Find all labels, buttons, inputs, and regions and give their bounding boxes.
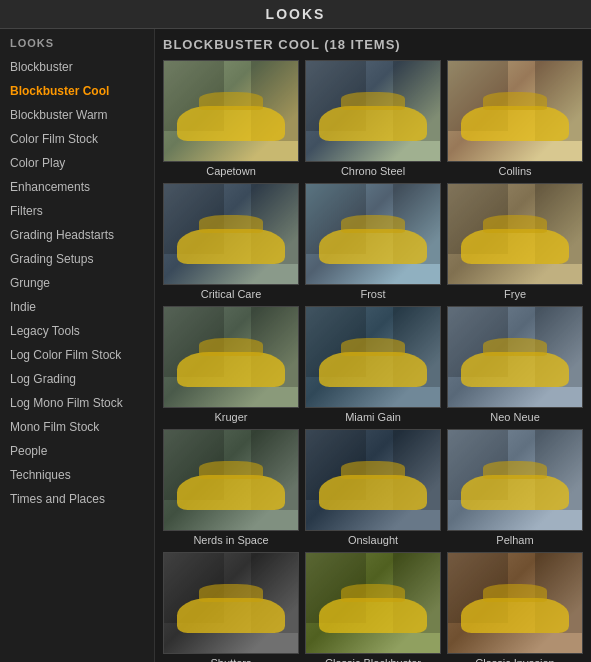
sidebar-item-grunge[interactable]: Grunge (0, 271, 154, 295)
item-label-classicinvasion: Classic Invasion (475, 657, 554, 662)
grid-item-frost[interactable]: Frost (305, 183, 441, 300)
sidebar-item-blockbuster-warm[interactable]: Blockbuster Warm (0, 103, 154, 127)
content-area: BLOCKBUSTER COOL (18 items) CapetownChro… (155, 29, 591, 662)
thumb-criticalcare (163, 183, 299, 285)
sidebar-item-blockbuster-cool[interactable]: Blockbuster Cool (0, 79, 154, 103)
sidebar-item-log-mono-film-stock[interactable]: Log Mono Film Stock (0, 391, 154, 415)
thumb-classicblockbuster (305, 552, 441, 654)
grid-item-kruger[interactable]: Kruger (163, 306, 299, 423)
thumb-nerdsinspace (163, 429, 299, 531)
item-label-shutters: Shutters (211, 657, 252, 662)
grid-item-criticalcare[interactable]: Critical Care (163, 183, 299, 300)
item-label-neoneue: Neo Neue (490, 411, 540, 423)
item-label-classicblockbuster: Classic Blockbuster (325, 657, 421, 662)
sidebar-item-grading-headstarts[interactable]: Grading Headstarts (0, 223, 154, 247)
sidebar-header: LOOKS (0, 29, 154, 55)
grid-item-collins[interactable]: Collins (447, 60, 583, 177)
sidebar-item-times-and-places[interactable]: Times and Places (0, 487, 154, 511)
thumb-frost (305, 183, 441, 285)
sidebar-item-grading-setups[interactable]: Grading Setups (0, 247, 154, 271)
sidebar-item-indie[interactable]: Indie (0, 295, 154, 319)
grid-item-nerdsinspace[interactable]: Nerds in Space (163, 429, 299, 546)
item-label-miamigain: Miami Gain (345, 411, 401, 423)
thumb-pelham (447, 429, 583, 531)
main-layout: LOOKS BlockbusterBlockbuster CoolBlockbu… (0, 29, 591, 662)
content-header: BLOCKBUSTER COOL (18 items) (163, 37, 583, 52)
item-label-nerdsinspace: Nerds in Space (193, 534, 268, 546)
sidebar-item-color-play[interactable]: Color Play (0, 151, 154, 175)
sidebar-item-log-grading[interactable]: Log Grading (0, 367, 154, 391)
thumb-onslaught (305, 429, 441, 531)
sidebar-item-legacy-tools[interactable]: Legacy Tools (0, 319, 154, 343)
sidebar-item-enhancements[interactable]: Enhancements (0, 175, 154, 199)
sidebar: LOOKS BlockbusterBlockbuster CoolBlockbu… (0, 29, 155, 662)
item-label-kruger: Kruger (214, 411, 247, 423)
thumb-classicinvasion (447, 552, 583, 654)
grid-item-capetown[interactable]: Capetown (163, 60, 299, 177)
grid: CapetownChrono SteelCollinsCritical Care… (163, 60, 583, 662)
item-label-pelham: Pelham (496, 534, 533, 546)
sidebar-item-techniques[interactable]: Techniques (0, 463, 154, 487)
grid-item-chronosteel[interactable]: Chrono Steel (305, 60, 441, 177)
thumb-frye (447, 183, 583, 285)
item-label-chronosteel: Chrono Steel (341, 165, 405, 177)
thumb-capetown (163, 60, 299, 162)
item-label-capetown: Capetown (206, 165, 256, 177)
grid-item-onslaught[interactable]: Onslaught (305, 429, 441, 546)
sidebar-item-blockbuster[interactable]: Blockbuster (0, 55, 154, 79)
item-label-criticalcare: Critical Care (201, 288, 262, 300)
grid-item-classicblockbuster[interactable]: Classic Blockbuster (305, 552, 441, 662)
sidebar-item-log-color-film-stock[interactable]: Log Color Film Stock (0, 343, 154, 367)
item-label-collins: Collins (498, 165, 531, 177)
sidebar-item-mono-film-stock[interactable]: Mono Film Stock (0, 415, 154, 439)
grid-item-pelham[interactable]: Pelham (447, 429, 583, 546)
item-label-frye: Frye (504, 288, 526, 300)
sidebar-items: BlockbusterBlockbuster CoolBlockbuster W… (0, 55, 154, 511)
sidebar-item-filters[interactable]: Filters (0, 199, 154, 223)
thumb-neoneue (447, 306, 583, 408)
thumb-chronosteel (305, 60, 441, 162)
thumb-kruger (163, 306, 299, 408)
grid-item-neoneue[interactable]: Neo Neue (447, 306, 583, 423)
grid-item-classicinvasion[interactable]: Classic Invasion (447, 552, 583, 662)
grid-item-frye[interactable]: Frye (447, 183, 583, 300)
item-label-frost: Frost (360, 288, 385, 300)
grid-item-miamigain[interactable]: Miami Gain (305, 306, 441, 423)
sidebar-item-people[interactable]: People (0, 439, 154, 463)
app-title: LOOKS (0, 0, 591, 29)
item-label-onslaught: Onslaught (348, 534, 398, 546)
thumb-miamigain (305, 306, 441, 408)
sidebar-item-color-film-stock[interactable]: Color Film Stock (0, 127, 154, 151)
thumb-shutters (163, 552, 299, 654)
thumb-collins (447, 60, 583, 162)
grid-item-shutters[interactable]: Shutters (163, 552, 299, 662)
